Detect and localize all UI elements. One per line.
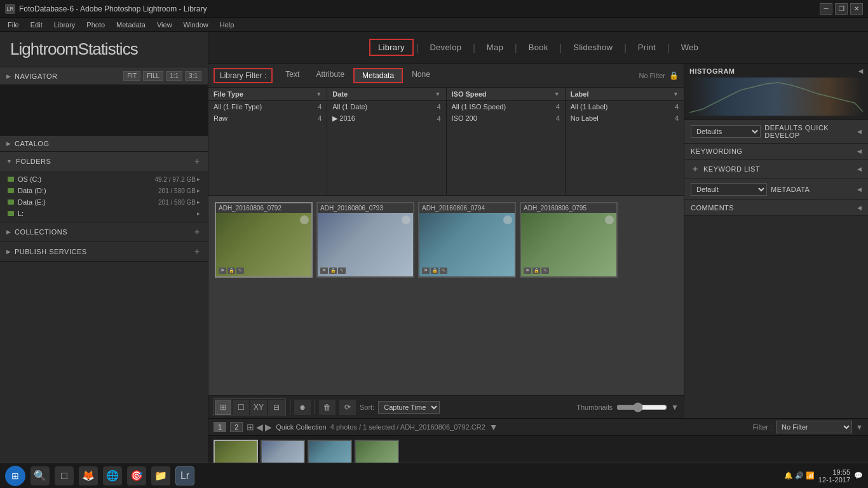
nav-fill[interactable]: FILL: [143, 71, 163, 81]
filmstrip-filter-expand[interactable]: ▼: [856, 423, 863, 431]
filter-tab-metadata[interactable]: Metadata: [353, 68, 403, 83]
nav-1-1[interactable]: 1:1: [166, 71, 182, 81]
grid-icon[interactable]: ⊞: [247, 422, 254, 432]
menu-edit[interactable]: Edit: [25, 20, 48, 30]
thumbnails-label: Thumbnails: [576, 403, 613, 411]
filter-tab-text[interactable]: Text: [278, 68, 307, 83]
close-button[interactable]: ✕: [850, 3, 863, 15]
sort-select[interactable]: Capture Time: [378, 401, 440, 414]
module-develop[interactable]: Develop: [421, 39, 470, 56]
restore-button[interactable]: ❐: [835, 3, 848, 15]
task-view-icon[interactable]: □: [55, 466, 74, 485]
navigator-header[interactable]: ▶ Navigator FIT FILL 1:1 3:1: [0, 67, 208, 85]
filetype-col-header[interactable]: File Type ▼: [208, 88, 327, 101]
quick-develop-header[interactable]: Defaults Defaults Quick Develop ◀: [684, 120, 868, 143]
date-row-2016[interactable]: ▶ 2016 4: [327, 112, 445, 125]
label-row-all[interactable]: All (1 Label) 4: [566, 101, 684, 112]
comments-header[interactable]: Comments ◀: [684, 200, 868, 215]
folder-expand[interactable]: ▸: [197, 199, 200, 206]
rotate-button[interactable]: ⟳: [339, 400, 356, 415]
module-print[interactable]: Print: [629, 39, 665, 56]
photo-grid[interactable]: ADH_20160806_0792 ⚑ 🔒 ✎ ADH_20160806_079…: [208, 196, 684, 395]
publish-services-header[interactable]: ▶ Publish Services ＋: [0, 242, 208, 261]
module-web[interactable]: Web: [672, 39, 707, 56]
metadata-panel-header[interactable]: Default Metadata ◀: [684, 179, 868, 200]
survey-view-button[interactable]: ⊟: [268, 400, 285, 415]
filetype-row-raw[interactable]: Raw 4: [208, 112, 327, 124]
filter-label[interactable]: Library Filter :: [214, 68, 273, 83]
keywording-header[interactable]: Keywording ◀: [684, 144, 868, 159]
file-explorer-icon[interactable]: 📁: [151, 466, 170, 485]
metadata-preset-select[interactable]: Default: [691, 183, 767, 196]
folder-item[interactable]: OS (C:) 49.2 / 97.2 GB ▸: [0, 173, 208, 185]
filmstrip-dropdown-icon[interactable]: ▼: [489, 422, 498, 432]
collections-section: ▶ Collections ＋: [0, 222, 208, 242]
app-icon-1[interactable]: 🎯: [127, 466, 146, 485]
filmstrip-page-2[interactable]: 2: [230, 422, 243, 432]
next-icon[interactable]: ▶: [265, 422, 272, 432]
iso-row-all[interactable]: All (1 ISO Speed) 4: [447, 101, 565, 112]
iso-row-200[interactable]: ISO 200 4: [447, 112, 565, 124]
trash-button[interactable]: 🗑: [319, 400, 336, 415]
folder-expand[interactable]: ▸: [197, 210, 200, 217]
folders-header[interactable]: ▼ Folders ＋: [0, 152, 208, 171]
menu-view[interactable]: View: [152, 20, 177, 30]
folder-expand[interactable]: ▸: [197, 187, 200, 194]
titlebar-controls[interactable]: ─ ❐ ✕: [820, 3, 863, 15]
folder-expand[interactable]: ▸: [197, 176, 200, 183]
folder-item[interactable]: L: ▸: [0, 208, 208, 219]
label-row-nolabel[interactable]: No Label 4: [566, 112, 684, 124]
module-library[interactable]: Library: [369, 39, 414, 56]
start-button[interactable]: ⊞: [5, 466, 25, 486]
photo-thumb-0792[interactable]: ADH_20160806_0792 ⚑ 🔒 ✎: [215, 202, 313, 278]
module-slideshow[interactable]: Slideshow: [564, 39, 621, 56]
photo-thumb-0794[interactable]: ADH_20160806_0794 ⚑ 🔒 ✎: [418, 202, 516, 278]
filetype-row-all[interactable]: All (1 File Type) 4: [208, 101, 327, 112]
prev-icon[interactable]: ◀: [256, 422, 263, 432]
folders-add-button[interactable]: ＋: [193, 156, 201, 167]
photo-thumb-0793[interactable]: ADH_20160806_0793 ⚑ 🔒 ✎: [316, 202, 414, 278]
date-row-all[interactable]: All (1 Date) 4: [327, 101, 445, 112]
menu-help[interactable]: Help: [215, 20, 240, 30]
collections-header[interactable]: ▶ Collections ＋: [0, 222, 208, 241]
browser-icon[interactable]: 🌐: [103, 466, 122, 485]
search-taskbar-icon[interactable]: 🔍: [31, 466, 50, 485]
nav-3-1[interactable]: 3:1: [185, 71, 201, 81]
menu-metadata[interactable]: Metadata: [111, 20, 151, 30]
people-view-button[interactable]: ☻: [294, 400, 311, 415]
collections-add-button[interactable]: ＋: [193, 226, 201, 238]
filmstrip-page-1[interactable]: 1: [214, 422, 226, 432]
defaults-preset-select[interactable]: Defaults: [691, 125, 761, 138]
notification-icon[interactable]: 💬: [854, 471, 863, 480]
menu-window[interactable]: Window: [179, 20, 214, 30]
grid-view-button[interactable]: ⊞: [215, 400, 231, 415]
catalog-header[interactable]: ▶ Catalog: [0, 136, 208, 151]
date-col-header[interactable]: Date ▼: [327, 88, 445, 101]
thumbnail-size-slider[interactable]: [616, 402, 667, 412]
lock-icon[interactable]: 🔒: [669, 71, 679, 80]
keyword-add-icon[interactable]: ＋: [691, 163, 700, 175]
filter-tab-attribute[interactable]: Attribute: [308, 68, 352, 83]
firefox-icon[interactable]: 🦊: [79, 466, 98, 485]
filter-tab-none[interactable]: None: [404, 68, 438, 83]
nav-fit[interactable]: FIT: [123, 71, 140, 81]
folder-item[interactable]: Data (D:) 201 / 580 GB ▸: [0, 185, 208, 196]
lightroom-taskbar-icon[interactable]: Lr: [175, 466, 194, 485]
label-col-header[interactable]: Label ▼: [566, 88, 684, 101]
filmstrip-filter-select[interactable]: No Filter: [776, 421, 852, 433]
menu-library[interactable]: Library: [49, 20, 81, 30]
loupe-view-button[interactable]: ☐: [233, 400, 249, 415]
compare-view-button[interactable]: XY: [250, 400, 267, 415]
photo-thumb-0795[interactable]: ADH_20160806_0795 ⚑ 🔒 ✎: [520, 202, 618, 278]
thumbnail-size-expand[interactable]: ▼: [671, 403, 679, 412]
iso-col-header[interactable]: ISO Speed ▼: [447, 88, 565, 101]
module-map[interactable]: Map: [478, 39, 512, 56]
minimize-button[interactable]: ─: [820, 3, 832, 15]
folder-item[interactable]: Data (E:) 201 / 580 GB ▸: [0, 196, 208, 208]
menu-photo[interactable]: Photo: [81, 20, 110, 30]
keyword-list-header[interactable]: ＋ Keyword List ◀: [684, 159, 868, 179]
menu-file[interactable]: File: [3, 20, 24, 30]
module-book[interactable]: Book: [520, 39, 557, 56]
filmstrip-collection-name[interactable]: Quick Collection: [276, 423, 326, 431]
publish-services-add-button[interactable]: ＋: [193, 246, 201, 257]
